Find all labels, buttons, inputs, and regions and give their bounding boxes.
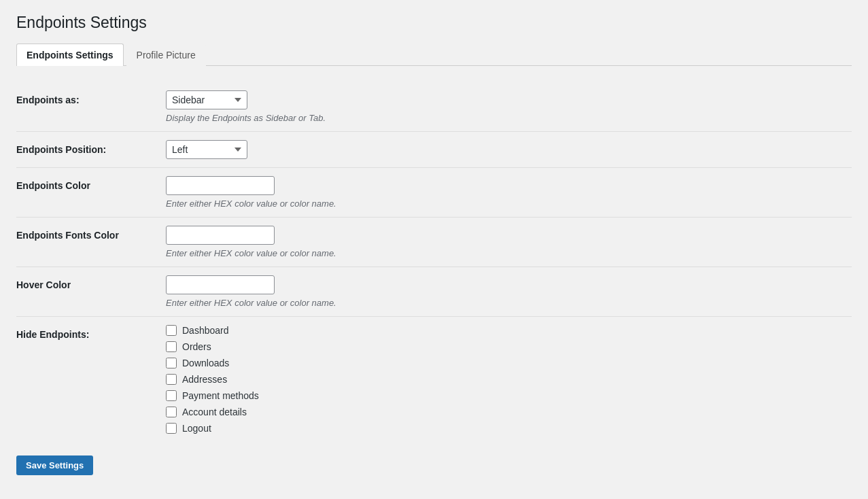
checkbox-addresses[interactable] (166, 374, 177, 385)
endpoints-as-description: Display the Endpoints as Sidebar or Tab. (166, 113, 852, 123)
tab-profile-picture[interactable]: Profile Picture (126, 44, 206, 66)
endpoints-color-row: Endpoints Color Enter either HEX color v… (16, 168, 852, 217)
endpoints-fonts-color-row: Endpoints Fonts Color Enter either HEX c… (16, 218, 852, 266)
endpoints-position-field: Left Right (166, 140, 852, 159)
checkbox-account-details-label[interactable]: Account details (182, 407, 247, 417)
tab-endpoints-settings[interactable]: Endpoints Settings (16, 44, 124, 66)
endpoints-fonts-color-label: Endpoints Fonts Color (16, 226, 166, 241)
checkbox-payment-methods-label[interactable]: Payment methods (182, 390, 259, 401)
checkbox-payment-methods[interactable] (166, 390, 177, 401)
checkbox-downloads-label[interactable]: Downloads (182, 358, 229, 368)
endpoints-position-row: Endpoints Position: Left Right (16, 132, 852, 167)
checkbox-logout-label[interactable]: Logout (182, 423, 211, 434)
hover-color-row: Hover Color Enter either HEX color value… (16, 267, 852, 316)
list-item: Addresses (166, 374, 852, 385)
list-item: Logout (166, 423, 852, 434)
checkbox-orders[interactable] (166, 341, 177, 352)
checkbox-orders-label[interactable]: Orders (182, 341, 211, 352)
checkbox-addresses-label[interactable]: Addresses (182, 374, 227, 385)
hide-endpoints-checkboxes: Dashboard Orders Downloads Addresses Pay… (166, 325, 852, 434)
list-item: Payment methods (166, 390, 852, 401)
endpoints-color-description: Enter either HEX color value or color na… (166, 199, 852, 209)
hide-endpoints-label: Hide Endpoints: (16, 325, 166, 340)
endpoints-as-select[interactable]: Sidebar Tab (166, 90, 247, 109)
save-settings-button[interactable]: Save Settings (16, 455, 93, 475)
endpoints-as-label: Endpoints as: (16, 90, 166, 105)
list-item: Downloads (166, 358, 852, 368)
endpoints-color-label: Endpoints Color (16, 176, 166, 191)
list-item: Dashboard (166, 325, 852, 336)
hover-color-field: Enter either HEX color value or color na… (166, 275, 852, 308)
endpoints-as-row: Endpoints as: Sidebar Tab Display the En… (16, 82, 852, 131)
list-item: Account details (166, 407, 852, 417)
page-title: Endpoints Settings (16, 14, 852, 32)
endpoints-position-select[interactable]: Left Right (166, 140, 247, 159)
hide-endpoints-row: Hide Endpoints: Dashboard Orders Downloa… (16, 317, 852, 442)
endpoints-fonts-color-field: Enter either HEX color value or color na… (166, 226, 852, 258)
hover-color-description: Enter either HEX color value or color na… (166, 298, 852, 308)
endpoints-as-field: Sidebar Tab Display the Endpoints as Sid… (166, 90, 852, 123)
endpoints-fonts-color-input[interactable] (166, 226, 275, 245)
endpoints-color-field: Enter either HEX color value or color na… (166, 176, 852, 209)
settings-form: Endpoints as: Sidebar Tab Display the En… (16, 82, 852, 442)
hover-color-input[interactable] (166, 275, 275, 294)
checkbox-logout[interactable] (166, 423, 177, 434)
endpoints-color-input[interactable] (166, 176, 275, 195)
endpoints-position-label: Endpoints Position: (16, 140, 166, 155)
checkbox-account-details[interactable] (166, 407, 177, 417)
checkbox-dashboard-label[interactable]: Dashboard (182, 325, 229, 336)
checkbox-dashboard[interactable] (166, 325, 177, 336)
hide-endpoints-field: Dashboard Orders Downloads Addresses Pay… (166, 325, 852, 434)
hover-color-label: Hover Color (16, 275, 166, 290)
checkbox-downloads[interactable] (166, 358, 177, 368)
tabs-container: Endpoints Settings Profile Picture (16, 43, 852, 66)
list-item: Orders (166, 341, 852, 352)
endpoints-fonts-color-description: Enter either HEX color value or color na… (166, 248, 852, 258)
